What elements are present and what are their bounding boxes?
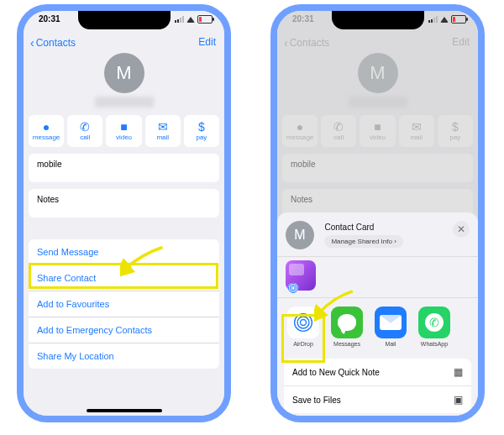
quick-note-label: Add to New Quick Note: [292, 368, 380, 377]
close-button[interactable]: ✕: [453, 221, 470, 238]
status-time: 20:31: [292, 14, 314, 24]
note-icon: ▦: [454, 366, 463, 378]
back-button[interactable]: ‹ Contacts: [30, 36, 76, 50]
pay-icon: $: [198, 121, 205, 133]
mail-share-label: Mail: [386, 341, 396, 347]
pay-label: pay: [196, 134, 207, 141]
messages-icon: [331, 307, 363, 338]
share-contact-button[interactable]: Share Contact: [29, 265, 219, 291]
screen: 20:31 ‹ Contacts Edit M ●message ✆call ■…: [277, 11, 478, 416]
notch: [78, 11, 171, 29]
messages-label: Messages: [333, 341, 360, 347]
options-list: Send Message Share Contact Add to Favour…: [29, 239, 219, 369]
airdrop-icon: [287, 307, 319, 338]
video-button[interactable]: ■ video: [106, 115, 141, 147]
status-time: 20:31: [39, 14, 60, 24]
save-files-label: Save to Files: [292, 396, 341, 405]
svg-point-4: [301, 320, 307, 326]
call-button[interactable]: ✆ call: [67, 115, 102, 147]
battery-icon: [451, 15, 466, 24]
action-row: ● message ✆ call ■ video ✉ mail $ pay: [29, 115, 219, 147]
mail-label: mail: [156, 134, 169, 141]
share-actions-list: Add to New Quick Note ▦ Save to Files ▣: [284, 359, 471, 413]
save-files-button[interactable]: Save to Files ▣: [284, 386, 471, 413]
message-button[interactable]: ● message: [29, 115, 64, 147]
add-favourites-button[interactable]: Add to Favourites: [29, 291, 219, 317]
back-label: Contacts: [36, 37, 76, 49]
status-indicators: [428, 15, 466, 24]
screen: 20:31 ‹ Contacts Edit M ● message ✆ call: [24, 11, 224, 416]
manage-shared-info-button[interactable]: Manage Shared Info ›: [324, 235, 402, 248]
folder-icon: ▣: [454, 394, 463, 406]
nav-bar: ‹ Contacts Edit: [24, 33, 224, 55]
svg-point-0: [288, 283, 299, 294]
edit-button[interactable]: Edit: [198, 36, 216, 48]
video-icon: ■: [120, 121, 127, 133]
notes-section[interactable]: Notes: [29, 189, 219, 218]
signal-icon: [175, 16, 184, 23]
airdrop-button[interactable]: AirDrop: [286, 307, 321, 347]
mail-button[interactable]: ✉ mail: [145, 115, 181, 147]
wifi-icon: [440, 17, 449, 23]
call-label: call: [80, 134, 90, 141]
share-sheet: M Contact Card Manage Shared Info › ✕: [277, 212, 478, 416]
battery-icon: [197, 15, 213, 24]
contact-avatar: M: [104, 53, 144, 93]
sheet-title: Contact Card: [324, 223, 374, 232]
svg-point-5: [297, 317, 309, 328]
call-icon: ✆: [80, 121, 90, 133]
mail-app-icon: [375, 307, 407, 338]
whatsapp-icon: [418, 307, 450, 338]
message-icon: ●: [43, 121, 50, 133]
whatsapp-label: WhatsApp: [421, 341, 448, 347]
share-apps-row: AirDrop Messages Mail WhatsApp: [277, 298, 478, 355]
notch: [332, 11, 424, 29]
pay-button[interactable]: $ pay: [184, 115, 219, 147]
send-message-button[interactable]: Send Message: [29, 239, 219, 265]
sheet-avatar: M: [286, 221, 314, 249]
airdrop-label: AirDrop: [293, 341, 313, 347]
mail-share-button[interactable]: Mail: [373, 307, 408, 347]
chevron-left-icon: ‹: [30, 36, 34, 50]
contact-name: [95, 97, 154, 107]
video-label: video: [116, 134, 132, 141]
chevron-right-icon: ›: [394, 238, 396, 245]
share-location-button[interactable]: Share My Location: [29, 343, 219, 369]
messages-button[interactable]: Messages: [329, 307, 365, 347]
wifi-icon: [186, 17, 195, 23]
nearby-device-icon: [286, 260, 316, 291]
message-label: message: [33, 134, 60, 141]
airdrop-badge-icon: [287, 282, 299, 294]
add-emergency-button[interactable]: Add to Emergency Contacts: [29, 317, 219, 343]
status-indicators: [175, 15, 213, 24]
signal-icon: [428, 16, 438, 23]
quick-note-button[interactable]: Add to New Quick Note ▦: [284, 359, 471, 386]
phone-right: 20:31 ‹ Contacts Edit M ●message ✆call ■…: [270, 4, 485, 422]
phone-left: 20:31 ‹ Contacts Edit M ● message ✆ call: [17, 4, 231, 422]
nearby-row[interactable]: [277, 256, 478, 298]
share-sheet-header: M Contact Card Manage Shared Info › ✕: [277, 212, 478, 256]
home-indicator[interactable]: [87, 409, 162, 412]
mobile-section[interactable]: mobile: [29, 154, 219, 182]
whatsapp-button[interactable]: WhatsApp: [417, 307, 452, 347]
mail-icon: ✉: [158, 121, 168, 133]
